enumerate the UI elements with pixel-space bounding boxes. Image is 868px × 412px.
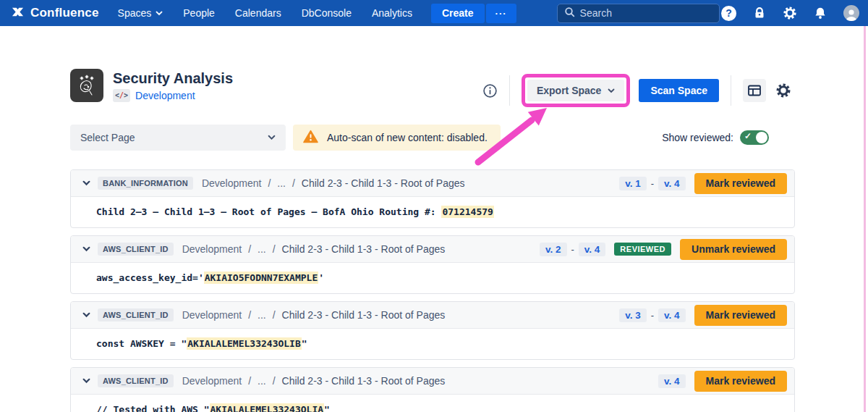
select-page-dropdown[interactable]: Select Page <box>70 125 286 151</box>
lock-icon[interactable] <box>753 7 766 20</box>
finding-actions: v. 3 - v. 4 Mark reviewed <box>619 305 787 326</box>
divider <box>509 75 510 106</box>
finding-snippet: Child 2–3 – Child 1–3 – Root of Pages – … <box>71 197 794 227</box>
avatar[interactable] <box>843 5 859 21</box>
mark-reviewed-button[interactable]: Mark reviewed <box>694 173 788 194</box>
secret-highlight: 071214579 <box>441 206 493 218</box>
finding-actions: v. 1 - v. 4 Mark reviewed <box>619 173 787 194</box>
finding-header: AWS_CLIENT_ID Development / ... / Child … <box>71 236 794 263</box>
finding-snippet: aws_access_key_id='AKIAIO5FODNN7EXAMPLE' <box>71 263 794 293</box>
confluence-brand[interactable]: Confluence <box>10 5 99 22</box>
version-to-link[interactable]: v. 4 <box>658 374 686 388</box>
chevron-down-icon <box>268 135 276 140</box>
rule-badge: AWS_CLIENT_ID <box>98 308 174 321</box>
create-button[interactable]: Create <box>431 4 485 23</box>
version-from-link[interactable]: v. 1 <box>619 177 647 190</box>
findings-list: BANK_INFORMATION Development / ... / Chi… <box>70 169 795 412</box>
confluence-logo-icon <box>10 5 25 22</box>
show-reviewed-control: Show reviewed: ✓ <box>662 130 769 145</box>
page-title: Security Analysis <box>113 70 233 87</box>
breadcrumb-page[interactable]: Child 2-3 - Child 1-3 - Root of Pages <box>302 177 465 189</box>
finding-card: AWS_CLIENT_ID Development / ... / Child … <box>70 235 795 294</box>
breadcrumb: Development / ... / Child 2-3 - Child 1-… <box>182 309 446 321</box>
warning-icon <box>303 130 318 146</box>
autoscan-warning: Auto-scan of new content: disabled. <box>293 125 501 151</box>
more-menu-button[interactable]: ··· <box>486 4 516 23</box>
side-panel-button[interactable] <box>743 79 766 102</box>
app-window: Confluence Spaces People Calendars DbCon… <box>0 0 868 412</box>
nav-item-people[interactable]: People <box>183 7 215 19</box>
chevron-down-icon[interactable] <box>80 309 93 321</box>
reviewed-badge: REVIEWED <box>614 243 671 256</box>
brand-name: Confluence <box>30 6 99 20</box>
finding-header: BANK_INFORMATION Development / ... / Chi… <box>71 170 794 197</box>
finding-card: BANK_INFORMATION Development / ... / Chi… <box>70 169 795 228</box>
title-block: Security Analysis </> Development <box>113 70 233 102</box>
header-controls: Export Space Scan Space <box>482 74 795 107</box>
breadcrumb-page[interactable]: Child 2-3 - Child 1-3 - Root of Pages <box>282 243 446 255</box>
settings-gear-button[interactable] <box>772 79 795 102</box>
space-link[interactable]: Development <box>135 90 195 101</box>
version-to-link[interactable]: v. 4 <box>658 177 686 190</box>
annotation-edge-line <box>864 26 866 412</box>
nav-icon-group: ? <box>721 5 859 21</box>
breadcrumb-space[interactable]: Development <box>182 309 242 321</box>
code-badge-icon: </> <box>113 89 130 102</box>
version-from-link[interactable]: v. 2 <box>540 243 567 256</box>
version-to-link[interactable]: v. 4 <box>579 243 606 256</box>
breadcrumb-page[interactable]: Child 2-3 - Child 1-3 - Root of Pages <box>282 309 446 321</box>
secret-highlight: AKIAIO5FODNN7EXAMPLE <box>204 272 319 284</box>
autoscan-warning-text: Auto-scan of new content: disabled. <box>327 132 488 143</box>
search-input[interactable] <box>580 7 712 19</box>
breadcrumb-space[interactable]: Development <box>182 243 242 255</box>
breadcrumb: Development / ... / Child 2-3 - Child 1-… <box>202 177 465 189</box>
search-icon <box>564 7 575 20</box>
secret-highlight: AKIALALEMEL33243OLIB <box>187 337 302 350</box>
nav-links: Spaces People Calendars DbConsole Analyt… <box>118 7 412 19</box>
chevron-down-icon[interactable] <box>80 375 93 387</box>
space-avatar[interactable] <box>70 69 103 102</box>
space-header: Security Analysis </> Development Export… <box>70 64 795 107</box>
mark-reviewed-button[interactable]: Mark reviewed <box>694 305 788 326</box>
breadcrumb-space[interactable]: Development <box>182 375 242 387</box>
top-nav: Confluence Spaces People Calendars DbCon… <box>0 0 868 26</box>
filter-row: Select Page Auto-scan of new content: di… <box>70 125 795 151</box>
nav-item-dbconsole[interactable]: DbConsole <box>302 7 352 19</box>
breadcrumb-page[interactable]: Child 2-3 - Child 1-3 - Root of Pages <box>282 375 446 387</box>
toggle-knob <box>756 132 767 143</box>
finding-card: AWS_CLIENT_ID Development / ... / Child … <box>70 367 795 412</box>
info-icon[interactable] <box>482 83 498 98</box>
check-icon: ✓ <box>744 131 752 141</box>
rule-badge: AWS_CLIENT_ID <box>98 243 174 256</box>
chevron-down-icon <box>608 88 615 93</box>
finding-actions: v. 2 - v. 4 REVIEWED Unmark reviewed <box>540 239 787 260</box>
breadcrumb-space[interactable]: Development <box>202 177 262 189</box>
chevron-down-icon[interactable] <box>80 177 93 189</box>
mark-reviewed-button[interactable]: Mark reviewed <box>694 371 788 392</box>
chevron-down-icon <box>156 11 163 16</box>
show-reviewed-toggle[interactable]: ✓ <box>740 130 769 145</box>
rule-badge: AWS_CLIENT_ID <box>98 374 174 387</box>
nav-item-analytics[interactable]: Analytics <box>372 7 412 19</box>
finding-snippet: // Tested with AWS "AKIALALEMEL33243OLIA… <box>71 395 794 412</box>
chevron-down-icon[interactable] <box>80 243 93 255</box>
version-from-link[interactable]: v. 3 <box>619 308 647 322</box>
divider <box>731 75 731 106</box>
finding-actions: v. 4 Mark reviewed <box>658 371 787 392</box>
nav-item-calendars[interactable]: Calendars <box>235 7 281 19</box>
unmark-reviewed-button[interactable]: Unmark reviewed <box>680 239 787 260</box>
help-icon[interactable]: ? <box>721 6 736 21</box>
main-content: Security Analysis </> Development Export… <box>0 64 868 412</box>
breadcrumb: Development / ... / Child 2-3 - Child 1-… <box>182 243 446 255</box>
breadcrumb: Development / ... / Child 2-3 - Child 1-… <box>182 375 446 387</box>
secret-highlight: AKIALALEMEL33243OLIA <box>210 403 325 412</box>
show-reviewed-label: Show reviewed: <box>662 132 733 143</box>
search-box[interactable] <box>557 4 720 23</box>
version-to-link[interactable]: v. 4 <box>658 308 686 322</box>
scan-space-button[interactable]: Scan Space <box>639 79 719 102</box>
bell-icon[interactable] <box>814 7 827 20</box>
export-space-button[interactable]: Export Space <box>527 80 624 101</box>
rule-badge: BANK_INFORMATION <box>98 177 193 190</box>
gear-icon[interactable] <box>783 6 797 20</box>
nav-item-spaces[interactable]: Spaces <box>118 7 163 19</box>
